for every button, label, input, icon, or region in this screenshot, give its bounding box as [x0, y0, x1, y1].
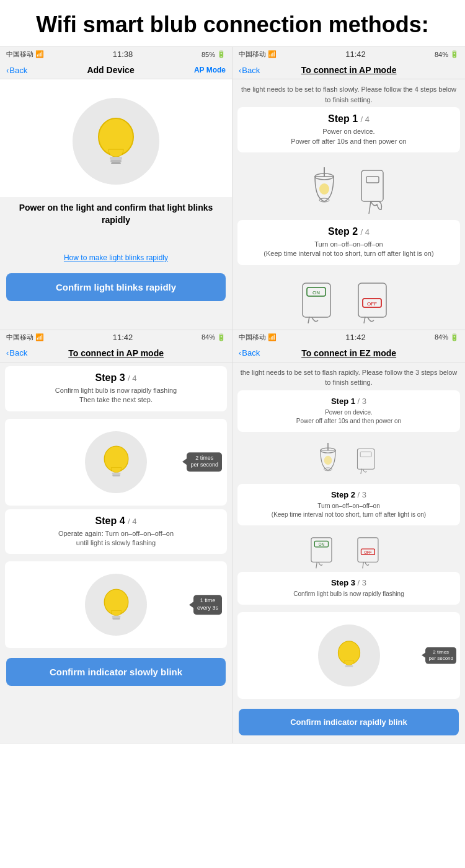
panel1-link[interactable]: How to make light blinks rapidly: [0, 250, 232, 266]
svg-rect-8: [361, 170, 383, 201]
panel2-step2-block: Step 2 / 4 Turn on–off–on–off–on (Keep t…: [237, 220, 460, 265]
panel3-step4-block: Step 4 / 4 Operate again: Turn on–off–on…: [5, 509, 227, 555]
panel3-status-bar: 中国移动 📶 11:42 84% 🔋: [0, 330, 232, 344]
panel3-battery-icon: 🔋: [217, 333, 226, 341]
panel3-bulb-icon: [99, 442, 133, 482]
panel2-step1-desc: Power on device. Power off after 10s and…: [245, 127, 453, 146]
panel3-step3-block: Step 3 / 4 Confirm light bulb is now rap…: [5, 366, 227, 411]
panel2-back-btn[interactable]: ‹ Back: [239, 66, 260, 75]
panel3-wifi-icon: 📶: [35, 333, 44, 341]
panel4-bulb-icon: [334, 637, 365, 674]
panel4-step1-num: / 3: [358, 397, 366, 406]
panel2-step1-title: Step 1 / 4: [245, 113, 453, 125]
panel4-status-bar: 中国移动 📶 11:42 84% 🔋: [232, 330, 465, 344]
panel3-step3-desc: Confirm light bulb is now rapidly flashi…: [12, 386, 219, 405]
panel4-step1-block: Step 1 / 3 Power on device. Power off af…: [237, 390, 460, 432]
panel2-lamp-switch-area: [232, 161, 465, 220]
panel1-battery: 85%: [202, 51, 215, 58]
panel4-wifi-icon: 📶: [268, 333, 277, 341]
panel1-back-chevron: ‹: [6, 66, 9, 75]
panel1-back-label: Back: [9, 66, 27, 75]
panel1-nav-bar: ‹ Back Add Device AP Mode: [0, 61, 232, 79]
panel1-back-btn[interactable]: ‹ Back: [6, 66, 27, 75]
svg-rect-1: [110, 157, 122, 160]
panel4-battery: 84%: [435, 333, 448, 341]
svg-rect-41: [345, 665, 353, 667]
panel4-back-btn[interactable]: ‹ Back: [239, 348, 260, 357]
panels-grid: 中国移动 📶 11:38 85% 🔋 ‹ Back Add Device AP …: [0, 46, 465, 743]
svg-point-7: [319, 183, 329, 195]
panel3-step3-title: Step 3 / 4: [12, 372, 219, 384]
panel1-confirm-btn[interactable]: Confirm light blinks rapidly: [6, 273, 226, 301]
panel2-back-label: Back: [242, 66, 260, 75]
panel3-time: 11:42: [113, 333, 133, 342]
panel2-step2-title: Step 2 / 4: [245, 226, 453, 237]
panel3-badge1: 2 times per second: [187, 452, 222, 471]
panel4-nav-title: To connect in EZ mode: [264, 348, 434, 358]
panel3-carrier: 中国移动: [6, 333, 33, 342]
panel4-step1-title: Step 1 / 3: [245, 397, 453, 406]
panel4-step3-desc: Confirm light bulb is now rapidly flashi…: [245, 590, 453, 598]
panel3-badge2: 1 time every 3s: [193, 595, 222, 615]
svg-rect-9: [366, 177, 379, 183]
panel3-battery: 84%: [202, 333, 215, 341]
svg-line-35: [316, 562, 317, 568]
panel4-on-switch-icon: ON: [309, 535, 343, 569]
panel2-lamp-icon: [306, 167, 343, 214]
panel4-step2-block: Step 2 / 3 Turn on–off–on–off–on (Keep t…: [237, 484, 460, 525]
panel2-step1-num: / 4: [361, 115, 370, 124]
panel2-step1-block: Step 1 / 4 Power on device. Power off af…: [237, 107, 460, 152]
panel2-step2-desc: Turn on–off–on–off–on (Keep time interva…: [245, 240, 453, 259]
panel3-step4-title: Step 4 / 4: [12, 515, 219, 527]
panel2-on-off-area: ON OFF: [232, 274, 465, 330]
panel1-time: 11:38: [113, 50, 133, 59]
svg-rect-3: [111, 162, 121, 164]
svg-line-39: [362, 562, 363, 568]
svg-line-31: [360, 468, 361, 473]
panel1-battery-icon: 🔋: [217, 50, 226, 58]
page-title: Wifi smart blub connection methods:: [0, 0, 465, 46]
panel4-off-switch-icon: OFF: [355, 535, 389, 569]
panel2-time: 11:42: [345, 50, 366, 59]
svg-rect-30: [360, 452, 371, 457]
panel4-intro: the light needs to be set to flash rapid…: [232, 362, 465, 390]
svg-rect-24: [112, 618, 120, 620]
panel2-nav-bar: ‹ Back To connect in AP mode: [232, 61, 465, 79]
panel4-step2-desc: Turn on–off–on–off–on (Keep time interva…: [245, 502, 453, 519]
panel2-on-switch-icon: ON: [299, 280, 343, 323]
svg-text:ON: ON: [318, 542, 324, 546]
panel3-back-btn[interactable]: ‹ Back: [6, 348, 27, 357]
panel4-step1-desc: Power on device. Power off after 10s and…: [245, 408, 453, 426]
panel1-bulb-area: [0, 79, 232, 197]
panel3-bulb2-icon: [99, 585, 133, 625]
panel4-confirm-btn[interactable]: Confirm indicator rapidly blink: [239, 709, 459, 735]
panel2-wifi-icon: 📶: [268, 50, 277, 58]
panel3-step4-num: / 4: [128, 517, 136, 526]
svg-rect-2: [110, 160, 122, 162]
panel2-battery: 84%: [435, 51, 448, 58]
panel4-bulb-area: 2 times per second: [237, 612, 460, 699]
panel1-status-bar: 中国移动 📶 11:38 85% 🔋: [0, 47, 232, 61]
panel-1: 中国移动 📶 11:38 85% 🔋 ‹ Back Add Device AP …: [0, 47, 232, 330]
panel4-nav-bar: ‹ Back To connect in EZ mode: [232, 344, 465, 362]
panel4-step3-num: / 3: [358, 578, 366, 587]
panel1-nav-right[interactable]: AP Mode: [194, 66, 226, 74]
panel4-lamp-area: [232, 439, 465, 484]
panel4-on-off-area: ON OFF: [232, 533, 465, 572]
panel1-circle-bg: [73, 98, 159, 185]
svg-rect-21: [112, 475, 120, 476]
panel3-circle-bg2: [85, 574, 147, 636]
panel2-intro: the light needs to be set to flash slowl…: [232, 79, 465, 107]
panel-2: 中国移动 📶 11:42 84% 🔋 ‹ Back To connect in …: [232, 47, 465, 330]
svg-rect-23: [112, 616, 120, 618]
panel2-back-chevron: ‹: [239, 66, 241, 75]
panel2-battery-icon: 🔋: [450, 50, 459, 58]
panel-4: 中国移动 📶 11:42 84% 🔋 ‹ Back To connect in …: [232, 330, 465, 743]
panel-3: 中国移动 📶 11:42 84% 🔋 ‹ Back To connect in …: [0, 330, 232, 743]
svg-text:ON: ON: [312, 290, 320, 296]
panel3-confirm-btn[interactable]: Confirm indicator slowly blink: [6, 658, 226, 686]
svg-line-10: [369, 201, 371, 214]
svg-rect-20: [112, 473, 120, 475]
panel3-nav-bar: ‹ Back To connect in AP mode: [0, 344, 232, 362]
panel2-status-bar: 中国移动 📶 11:42 84% 🔋: [232, 47, 465, 61]
